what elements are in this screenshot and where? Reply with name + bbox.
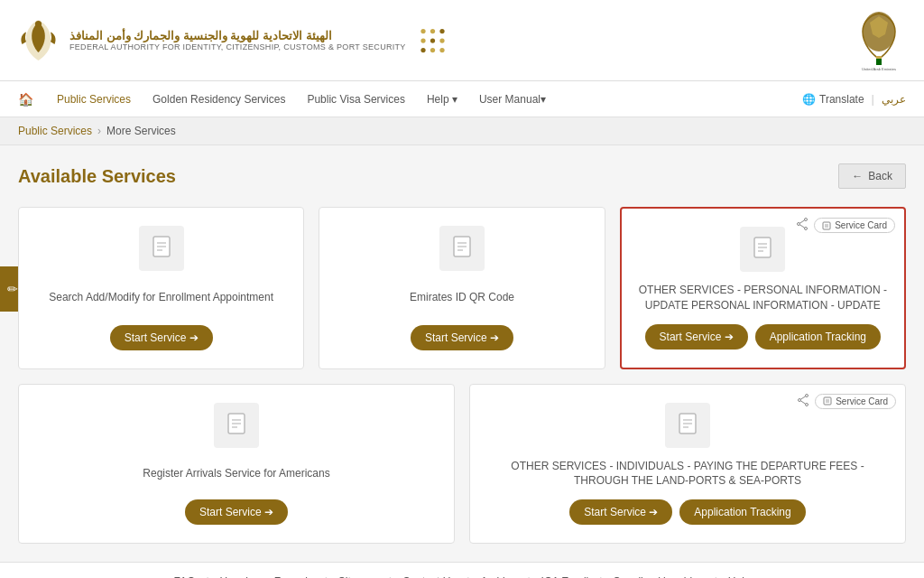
service-card-badge[interactable]: Service Card xyxy=(814,218,895,233)
service-card-badge-label: Service Card xyxy=(835,220,887,230)
service-cards-row1: Search Add/Modify for Enrollment Appoint… xyxy=(18,207,906,369)
card-title-arrivals: Register Arrivals Service for Americans xyxy=(143,459,329,489)
nav-public-services[interactable]: Public Services xyxy=(55,84,133,115)
arabic-language-button[interactable]: عربي xyxy=(882,93,906,106)
svg-line-42 xyxy=(800,400,805,403)
back-button[interactable]: ← Back xyxy=(838,163,906,189)
navigation: 🏠 Public Services Golden Residency Servi… xyxy=(0,81,924,117)
nav-right-section: 🌐 Translate | عربي xyxy=(802,92,906,106)
header-emblem: United Arab Emirates xyxy=(852,9,906,72)
service-card-enrollment: Search Add/Modify for Enrollment Appoint… xyxy=(18,207,304,369)
uae-emblem-icon: United Arab Emirates xyxy=(852,9,906,72)
svg-point-6 xyxy=(439,38,444,42)
translate-label: Translate xyxy=(819,93,864,106)
svg-point-5 xyxy=(430,38,435,42)
back-label: Back xyxy=(868,170,892,182)
card-icon-emirates-id xyxy=(439,226,485,271)
application-tracking-departure-button[interactable]: Application Tracking xyxy=(679,499,805,525)
header-logo-area: الهيئة الاتحادية للهوية والجنسية والجمار… xyxy=(18,15,448,65)
logo-arabic-text: الهيئة الاتحادية للهوية والجنسية والجمار… xyxy=(69,29,406,42)
svg-rect-27 xyxy=(823,222,830,229)
service-card-personal-info: Service Card OTHER SERVICES - PERSONAL I… xyxy=(620,207,906,369)
svg-point-0 xyxy=(35,21,42,27)
svg-point-38 xyxy=(806,394,808,396)
svg-point-22 xyxy=(805,219,808,221)
footer: FAQ | Happiness Formula | Sitemap | Cont… xyxy=(0,562,924,578)
start-service-departure-button[interactable]: Start Service ➔ xyxy=(569,499,672,525)
svg-rect-43 xyxy=(824,397,831,405)
card-icon-departure xyxy=(665,403,710,448)
start-service-emirates-id-button[interactable]: Start Service ➔ xyxy=(411,325,513,350)
application-tracking-personal-info-button[interactable]: Application Tracking xyxy=(755,324,881,350)
svg-line-25 xyxy=(799,220,804,223)
nav-help[interactable]: Help ▾ xyxy=(425,84,459,115)
svg-point-2 xyxy=(430,28,435,33)
svg-point-24 xyxy=(798,223,800,226)
card-buttons-personal-info: Start Service ➔ Application Tracking xyxy=(645,324,881,350)
nav-user-manual[interactable]: User Manual▾ xyxy=(477,84,548,115)
svg-point-4 xyxy=(420,38,425,42)
breadcrumb-home[interactable]: Public Services xyxy=(18,125,92,137)
svg-point-1 xyxy=(420,28,425,33)
card-top-actions-departure: Service Card xyxy=(797,394,896,409)
svg-text:United Arab Emirates: United Arab Emirates xyxy=(862,67,896,71)
share-icon-departure[interactable] xyxy=(797,394,809,409)
service-card-badge-departure-label: Service Card xyxy=(836,396,888,406)
card-title-departure: OTHER SERVICES - INDIVIDUALS - PAYING TH… xyxy=(485,459,891,489)
translate-icon: 🌐 xyxy=(802,93,816,106)
svg-point-9 xyxy=(439,47,444,51)
home-icon[interactable]: 🏠 xyxy=(18,92,33,107)
header: الهيئة الاتحادية للهوية والجنسية والجمار… xyxy=(0,0,924,81)
svg-point-8 xyxy=(430,47,435,51)
page-title: Available Services xyxy=(18,166,176,187)
main-content: Available Services ← Back Search Add/Mod… xyxy=(0,145,924,562)
card-icon-arrivals xyxy=(214,403,259,448)
card-title-personal-info: OTHER SERVICES - PERSONAL INFORMATION - … xyxy=(636,283,890,313)
nav-public-visa[interactable]: Public Visa Services xyxy=(305,84,407,115)
svg-point-40 xyxy=(799,398,801,401)
pattern-icon xyxy=(417,23,448,59)
card-icon-personal-info xyxy=(740,227,785,272)
svg-line-41 xyxy=(800,396,805,398)
breadcrumb: Public Services › More Services xyxy=(0,117,924,145)
back-arrow-icon: ← xyxy=(852,170,863,182)
logo-english-text: FEDERAL AUTHORITY FOR IDENTITY, CITIZENS… xyxy=(69,42,406,51)
nav-golden-residency[interactable]: Golden Residency Services xyxy=(151,84,287,115)
start-service-arrivals-button[interactable]: Start Service ➔ xyxy=(185,499,288,525)
page-header: Available Services ← Back xyxy=(18,163,906,189)
start-service-personal-info-button[interactable]: Start Service ➔ xyxy=(645,324,748,350)
card-buttons-departure: Start Service ➔ Application Tracking xyxy=(569,499,805,525)
edit-icon: ✏ xyxy=(7,282,18,296)
service-card-emirates-id: Emirates ID QR Code Start Service ➔ xyxy=(319,207,605,369)
logo-text: الهيئة الاتحادية للهوية والجنسية والجمار… xyxy=(69,29,406,51)
svg-rect-12 xyxy=(876,56,882,59)
svg-point-3 xyxy=(439,28,444,33)
service-card-departure-fees: Service Card OTHER SERVICES - INDIVIDUAL… xyxy=(469,384,906,545)
nav-divider: | xyxy=(872,92,874,106)
svg-point-23 xyxy=(805,228,808,230)
service-cards-row2: Register Arrivals Service for Americans … xyxy=(18,384,906,545)
breadcrumb-separator: › xyxy=(97,125,101,137)
svg-point-7 xyxy=(420,47,425,51)
start-service-enrollment-button[interactable]: Start Service ➔ xyxy=(110,325,213,350)
card-icon-enrollment xyxy=(139,226,184,271)
svg-point-39 xyxy=(806,403,808,406)
card-top-actions-personal-info: Service Card xyxy=(796,218,895,233)
card-title-emirates-id: Emirates ID QR Code xyxy=(410,282,514,314)
card-title-enrollment: Search Add/Modify for Enrollment Appoint… xyxy=(49,282,273,314)
breadcrumb-current: More Services xyxy=(106,125,176,137)
service-card-badge-departure[interactable]: Service Card xyxy=(815,394,896,409)
service-cards-row2-wrapper: Register Arrivals Service for Americans … xyxy=(18,384,906,545)
service-card-arrivals: Register Arrivals Service for Americans … xyxy=(18,384,455,545)
svg-line-26 xyxy=(799,225,804,228)
brand-logo-icon xyxy=(18,15,59,65)
translate-button[interactable]: 🌐 Translate xyxy=(802,93,864,106)
share-icon[interactable] xyxy=(796,218,808,233)
